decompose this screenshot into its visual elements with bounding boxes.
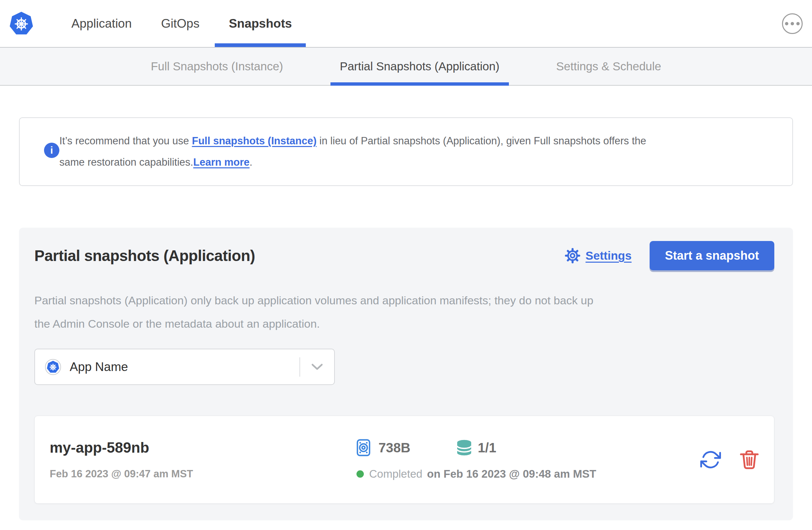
snapshot-actions: [700, 449, 759, 470]
snapshot-name: my-app-589nb: [50, 439, 357, 456]
banner-text: It’s recommend that you use Full snapsho…: [59, 130, 646, 173]
panel-actions: Settings Start a snapshot: [565, 241, 774, 270]
tab-settings-schedule[interactable]: Settings & Schedule: [556, 48, 661, 85]
gear-icon: [565, 248, 580, 263]
app-name-value: App Name: [70, 360, 128, 374]
snapshot-details: 738B: [357, 439, 596, 480]
partial-snapshots-panel: Partial snapshots (Application): [19, 228, 793, 520]
overflow-menu-button[interactable]: [782, 13, 803, 34]
tab-full-snapshots-instance[interactable]: Full Snapshots (Instance): [151, 48, 283, 85]
settings-link-label: Settings: [585, 249, 632, 262]
snapshot-metrics: 738B: [357, 439, 596, 456]
app-name-dropdown[interactable]: App Name: [34, 349, 335, 385]
nav-item-snapshots[interactable]: Snapshots: [229, 0, 292, 47]
panel-description-line2: the Admin Console or the metadata about …: [34, 312, 774, 335]
trash-icon: [740, 450, 759, 470]
nav-item-gitops[interactable]: GitOps: [161, 0, 199, 47]
panel-description: Partial snapshots (Application) only bac…: [34, 289, 774, 335]
banner-line2-tail: .: [249, 156, 252, 168]
top-nav: Application GitOps Snapshots: [0, 0, 812, 48]
snapshot-settings-link[interactable]: Settings: [565, 248, 632, 263]
banner-line1-text: It’s recommend that you use: [59, 135, 192, 147]
kubernetes-logo: [9, 0, 34, 47]
snapshot-volume-count: 1/1: [478, 440, 496, 455]
restore-snapshot-button[interactable]: [700, 449, 721, 470]
panel-title: Partial snapshots (Application): [34, 247, 255, 265]
main-content: i It’s recommend that you use Full snaps…: [0, 117, 812, 520]
snapshot-row: my-app-589nb Feb 16 2023 @ 09:47 am MST: [34, 416, 774, 504]
primary-nav: Application GitOps Snapshots: [71, 0, 292, 47]
panel-header: Partial snapshots (Application): [34, 241, 774, 270]
kubernetes-logo-icon: [9, 11, 34, 36]
start-snapshot-button[interactable]: Start a snapshot: [650, 241, 774, 270]
full-snapshots-instance-link[interactable]: Full snapshots (Instance): [192, 135, 317, 147]
snapshot-status: Completed on Feb 16 2023 @ 09:48 am MST: [357, 468, 596, 480]
panel-description-line1: Partial snapshots (Application) only bac…: [34, 289, 774, 312]
status-label: Completed: [369, 468, 422, 480]
delete-snapshot-button[interactable]: [740, 450, 759, 470]
database-icon: [456, 440, 473, 456]
restore-icon: [700, 449, 721, 470]
snapshots-sub-nav: Full Snapshots (Instance) Partial Snapsh…: [0, 48, 812, 86]
chevron-down-icon: [300, 363, 334, 371]
banner-line2-text: same restoration capabilities.: [59, 156, 193, 168]
learn-more-link[interactable]: Learn more: [193, 156, 249, 168]
status-dot-icon: [357, 470, 364, 478]
disk-icon: [357, 439, 371, 456]
ellipsis-icon: [785, 22, 788, 25]
info-banner: i It’s recommend that you use Full snaps…: [19, 117, 793, 186]
snapshot-finished-timestamp: on Feb 16 2023 @ 09:48 am MST: [427, 468, 596, 480]
banner-line1-tail: in lieu of Partial snapshots (Applicatio…: [317, 135, 646, 147]
snapshot-started-timestamp: Feb 16 2023 @ 09:47 am MST: [50, 468, 357, 480]
snapshot-identity: my-app-589nb Feb 16 2023 @ 09:47 am MST: [35, 439, 357, 480]
nav-item-application[interactable]: Application: [71, 0, 132, 47]
kubernetes-icon: [45, 359, 61, 375]
snapshot-size: 738B: [378, 440, 410, 455]
tab-partial-snapshots-application[interactable]: Partial Snapshots (Application): [340, 48, 499, 85]
info-icon: i: [44, 143, 59, 158]
